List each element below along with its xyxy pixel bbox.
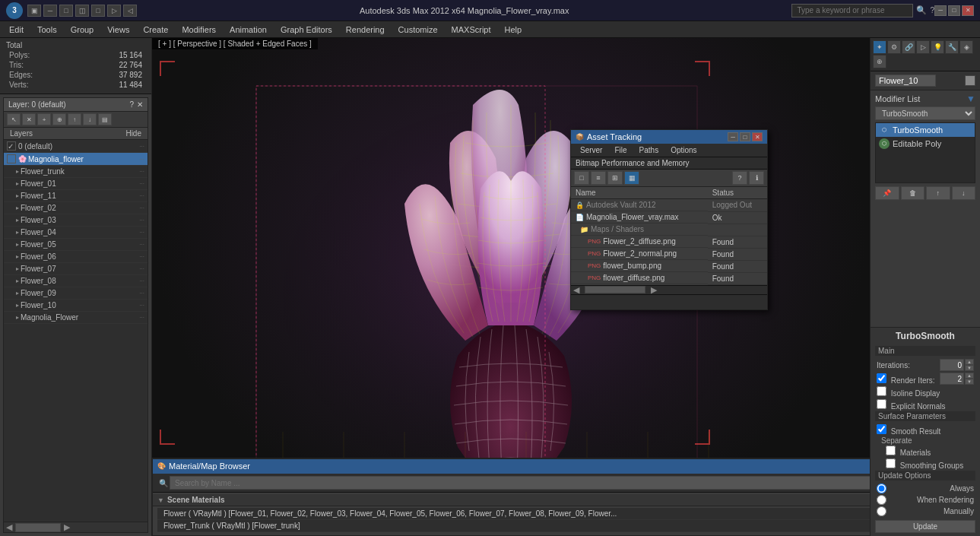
right-tool-display[interactable]: 💡: [931, 40, 944, 54]
menu-item-views[interactable]: Views: [101, 24, 135, 36]
mat-scene-materials-header[interactable]: ▼ Scene Materials: [153, 494, 870, 506]
right-tool-7[interactable]: ◈: [959, 40, 973, 54]
menu-item-tools[interactable]: Tools: [31, 24, 63, 36]
tool-icon-2[interactable]: ─: [43, 5, 57, 17]
asset-help-btn[interactable]: ?: [732, 171, 747, 185]
toolbar-icons[interactable]: ▣ ─ □ ◫ □ ▷ ◁: [27, 5, 137, 17]
asset-scroll-left[interactable]: ◀: [571, 285, 582, 295]
ts-render-iters-spinner[interactable]: ▲ ▼: [940, 373, 974, 385]
ts-smoothing-checkbox[interactable]: [886, 458, 896, 468]
layer-tool-merge[interactable]: ⊕: [52, 113, 66, 125]
tool-icon-7[interactable]: ◁: [123, 5, 137, 17]
menu-item-customize[interactable]: Customize: [392, 24, 444, 36]
ts-smooth-result-checkbox[interactable]: [877, 424, 886, 434]
list-item[interactable]: ▸ Flower_02 ···: [4, 202, 147, 214]
asset-info-btn[interactable]: ℹ: [749, 171, 764, 185]
tool-icon-5[interactable]: □: [91, 5, 105, 17]
tool-icon-6[interactable]: ▷: [107, 5, 121, 17]
search-icon[interactable]: 🔍: [916, 5, 927, 15]
asset-scroll-right[interactable]: ▶: [649, 285, 659, 295]
menu-item-graph-editors[interactable]: Graph Editors: [274, 24, 338, 36]
object-name-input[interactable]: [875, 75, 936, 87]
asset-tool-btn-4[interactable]: ▦: [624, 171, 639, 185]
asset-tool-btn-3[interactable]: ⊞: [607, 171, 623, 185]
mat-search-input[interactable]: [170, 476, 870, 490]
layer-tool-select[interactable]: ↖: [7, 113, 21, 125]
list-item[interactable]: ▸ Flower_09 ···: [4, 287, 147, 300]
ts-render-iters-checkbox[interactable]: [877, 373, 886, 383]
maximize-button[interactable]: □: [948, 5, 960, 16]
search-input[interactable]: [791, 4, 913, 17]
right-tool-hierarchy[interactable]: 🔗: [902, 40, 915, 54]
right-tool-motion[interactable]: ▷: [916, 40, 930, 54]
asset-minimize-button[interactable]: ─: [728, 132, 738, 141]
table-row[interactable]: 🔒 Autodesk Vault 2012 Logged Out: [571, 199, 767, 212]
ts-explicit-checkbox[interactable]: [877, 399, 886, 409]
layer-check[interactable]: ✓: [7, 141, 16, 151]
list-item[interactable]: ▸ Flower_07 ···: [4, 263, 147, 275]
menu-item-group[interactable]: Group: [65, 24, 100, 36]
ts-iterations-spinner[interactable]: ▲ ▼: [940, 359, 974, 371]
list-item[interactable]: ▸ Flower_08 ···: [4, 275, 147, 287]
layer-check[interactable]: [7, 154, 16, 163]
asset-scrollbar[interactable]: ◀ ▶: [571, 285, 767, 294]
menu-item-maxscript[interactable]: MAXScript: [446, 24, 497, 36]
asset-submenu-bitmap[interactable]: Bitmap Performance and Memory: [576, 159, 690, 167]
asset-tool-btn-2[interactable]: ≡: [591, 171, 606, 185]
asset-scroll-thumb[interactable]: [585, 286, 645, 293]
modifier-item-editablepoly[interactable]: ⬡ Editable Poly: [876, 137, 975, 151]
tool-icon-4[interactable]: ◫: [75, 5, 89, 17]
list-item[interactable]: ▸ Flower_trunk ···: [4, 166, 147, 178]
asset-close-button[interactable]: ✕: [752, 132, 763, 141]
layers-list[interactable]: ✓ 0 (default) ··· 🌸 Magnolia_flower ··· …: [4, 140, 147, 522]
modifier-dropdown-arrow[interactable]: ▼: [966, 94, 975, 104]
list-item[interactable]: ▸ Flower_04 ···: [4, 227, 147, 239]
menu-item-help[interactable]: Help: [499, 24, 528, 36]
ts-iterations-up[interactable]: ▲: [965, 359, 974, 365]
viewport[interactable]: [ + ] [ Perspective ] [ Shaded + Edged F…: [152, 38, 870, 536]
right-tool-create[interactable]: ✦: [873, 40, 886, 54]
layers-help-button[interactable]: ?: [129, 100, 134, 109]
ts-always-radio[interactable]: [877, 484, 886, 493]
asset-restore-button[interactable]: □: [740, 132, 750, 141]
list-item[interactable]: ▸ Flower_05 ···: [4, 239, 147, 251]
scroll-right-button[interactable]: ▶: [62, 522, 72, 532]
ts-render-iters-up[interactable]: ▲: [965, 373, 974, 379]
menu-item-edit[interactable]: Edit: [3, 24, 30, 36]
asset-window-controls[interactable]: ─ □ ✕: [728, 132, 763, 141]
list-item[interactable]: ▸ Flower_10 ···: [4, 300, 147, 312]
menu-item-modifiers[interactable]: Modifiers: [176, 24, 222, 36]
right-tool-utilities[interactable]: 🔧: [945, 40, 959, 54]
asset-menu-paths[interactable]: Paths: [633, 145, 665, 155]
asset-menu-server[interactable]: Server: [574, 145, 608, 155]
list-item[interactable]: ▸ Magnolia_Flower ···: [4, 312, 147, 324]
menu-item-rendering[interactable]: Rendering: [340, 24, 391, 36]
layer-tool-move-up[interactable]: ↑: [68, 113, 81, 125]
modifier-up-button[interactable]: ↑: [926, 186, 950, 200]
modifier-list-dropdown[interactable]: TurboSmooth: [875, 106, 975, 120]
list-item[interactable]: ✓ 0 (default) ···: [4, 140, 147, 153]
layers-scrollbar[interactable]: ◀ ▶: [4, 522, 147, 532]
ts-iterations-down[interactable]: ▼: [965, 365, 974, 371]
ts-render-iters-input[interactable]: [940, 373, 964, 385]
ts-iterations-input[interactable]: [940, 359, 964, 371]
menu-item-animation[interactable]: Animation: [224, 24, 273, 36]
layer-tool-add[interactable]: +: [37, 113, 51, 125]
minimize-button[interactable]: ─: [934, 5, 947, 16]
list-item[interactable]: ▸ Flower_11 ···: [4, 190, 147, 202]
table-row[interactable]: 📁 Maps / Shaders: [571, 224, 767, 236]
close-button[interactable]: ✕: [962, 5, 974, 16]
modifier-pin-button[interactable]: 📌: [875, 186, 899, 200]
object-color-swatch[interactable]: [965, 75, 975, 86]
ts-update-button[interactable]: Update: [875, 520, 975, 533]
ts-materials-checkbox[interactable]: [886, 446, 896, 455]
layer-tool-delete[interactable]: ✕: [22, 113, 36, 125]
menu-item-create[interactable]: Create: [137, 24, 174, 36]
layer-tool-move-down[interactable]: ↓: [83, 113, 97, 125]
list-item[interactable]: Flower ( VRayMtl ) [Flower_01, Flower_02…: [157, 508, 870, 520]
modifier-down-button[interactable]: ↓: [952, 186, 976, 200]
asset-tool-btn-1[interactable]: □: [574, 171, 589, 185]
table-row[interactable]: 📄 Magnolia_Flower_vray.max Ok: [571, 211, 767, 224]
ts-when-rendering-radio[interactable]: [877, 495, 886, 505]
table-row[interactable]: PNG flower_diffuse.png Found: [571, 272, 767, 284]
